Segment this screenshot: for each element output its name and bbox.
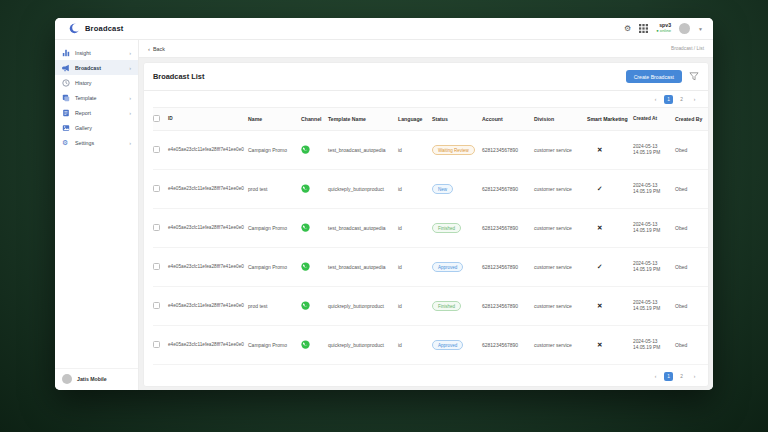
table-row[interactable]: e4e05ae23cfc11efea28fff7e41ee0e0 prod te… [153,170,708,209]
select-all-checkbox[interactable] [153,115,160,122]
app-logo: Broadcast [69,23,123,34]
chevron-down-icon[interactable]: ▼ [698,26,703,32]
chevron-right-icon: › [129,50,131,56]
create-broadcast-button[interactable]: Create Broadcast [626,70,682,83]
apps-grid-icon[interactable] [639,24,648,33]
whatsapp-icon [301,301,310,310]
table-row[interactable]: e4e05ae23cfc11efea28fff7e41ee0e0 Campaig… [153,248,708,287]
cell-template-name: test_broadcast_autopedia [328,264,398,270]
user-info: spv3 ● online [656,23,671,34]
sidebar-item-history[interactable]: History [55,75,138,90]
filter-icon[interactable] [689,72,699,81]
cell-division: customer service [534,303,587,309]
pagination-next[interactable]: › [690,372,699,381]
pagination-next[interactable]: › [690,95,699,104]
col-account: Account [482,116,534,122]
col-channel: Channel [301,116,328,122]
cell-division: customer service [534,186,587,192]
pagination-prev[interactable]: ‹ [651,95,660,104]
pagination-prev[interactable]: ‹ [651,372,660,381]
back-bar: ‹ Back Broadcast / List [139,40,713,58]
smart-marketing-mark: ✕ [587,302,633,310]
pagination-page-2[interactable]: 2 [677,372,686,381]
row-checkbox[interactable] [153,224,160,231]
col-status: Status [432,116,482,122]
table-row[interactable]: e4e05ae23cfc11efea28fff7e41ee0e0 Campaig… [153,131,708,170]
cell-template-name: quickreply_buttonproduct [328,342,398,348]
table-body: e4e05ae23cfc11efea28fff7e41ee0e0 Campaig… [153,131,708,365]
status-badge: Waiting Review [432,145,475,155]
chevron-right-icon: › [129,95,131,101]
cell-name: prod test [248,186,301,192]
chevron-right-icon: › [129,140,131,146]
sidebar-item-gallery[interactable]: Gallery [55,120,138,135]
whatsapp-icon [301,145,310,154]
cell-division: customer service [534,147,587,153]
cell-account: 6281234567890 [482,303,534,309]
breadcrumb: Broadcast / List [671,46,704,51]
row-checkbox[interactable] [153,146,160,153]
cell-language: id [398,264,432,270]
chevron-right-icon: › [129,65,131,71]
whatsapp-icon [301,262,310,271]
cell-created-by: Obed [675,225,708,231]
cell-language: id [398,303,432,309]
cell-id: e4e05ae23cfc11efea28fff7e41ee0e0 [168,186,248,192]
status-badge: Approved [432,340,463,350]
row-checkbox[interactable] [153,302,160,309]
cell-id: e4e05ae23cfc11efea28fff7e41ee0e0 [168,147,248,153]
megaphone-icon [62,64,70,72]
chevron-left-icon: ‹ [148,46,150,52]
sidebar-item-insight[interactable]: Insight › [55,45,138,60]
cell-name: Campaign Promo [248,342,301,348]
user-avatar[interactable] [679,23,690,34]
back-button[interactable]: ‹ Back [148,46,165,52]
cell-name: Campaign Promo [248,147,301,153]
sidebar-item-report[interactable]: Report › [55,105,138,120]
table-row[interactable]: e4e05ae23cfc11efea28fff7e41ee0e0 Campaig… [153,326,708,365]
row-checkbox[interactable] [153,341,160,348]
cell-created-at: 2024-05-13 14.05.19 PM [633,261,675,274]
layers-icon [62,94,70,102]
sidebar-footer: Jatis Mobile [55,368,138,384]
sidebar-item-template[interactable]: Template › [55,90,138,105]
col-id: ID [168,116,248,122]
sidebar: Insight › Broadcast › History [55,40,139,390]
table-row[interactable]: e4e05ae23cfc11efea28fff7e41ee0e0 Campaig… [153,209,708,248]
cell-id: e4e05ae23cfc11efea28fff7e41ee0e0 [168,264,248,270]
table-row[interactable]: e4e05ae23cfc11efea28fff7e41ee0e0 prod te… [153,287,708,326]
cell-division: customer service [534,342,587,348]
desktop-backdrop: Broadcast ⚙ spv3 ● online ▼ [0,0,768,432]
cell-created-by: Obed [675,264,708,270]
cell-name: Campaign Promo [248,225,301,231]
cell-language: id [398,342,432,348]
cell-name: Campaign Promo [248,264,301,270]
sidebar-item-broadcast[interactable]: Broadcast › [55,60,138,75]
cell-account: 6281234567890 [482,186,534,192]
clock-icon [62,79,70,87]
sidebar-item-settings[interactable]: ⚙ Settings › [55,135,138,150]
cell-template-name: test_broadcast_autopedia [328,147,398,153]
pagination-bottom: ‹ 1 2 › [651,372,699,381]
cell-account: 6281234567890 [482,264,534,270]
chevron-right-icon: › [129,110,131,116]
smart-marketing-mark: ✕ [587,341,633,349]
pagination-top: ‹ 1 2 › [651,95,699,104]
whatsapp-icon [301,223,310,232]
row-checkbox[interactable] [153,263,160,270]
col-template-name: Template Name [328,116,398,122]
page-title: Broadcast List [153,72,204,81]
topbar: Broadcast ⚙ spv3 ● online ▼ [55,18,713,40]
cell-account: 6281234567890 [482,225,534,231]
cell-created-at: 2024-05-13 14.05.19 PM [633,222,675,235]
cell-division: customer service [534,225,587,231]
pagination-page-2[interactable]: 2 [677,95,686,104]
settings-gear-icon[interactable]: ⚙ [624,25,631,33]
pagination-page-1[interactable]: 1 [664,372,673,381]
cell-created-at: 2024-05-13 14.05.19 PM [633,144,675,157]
col-created-by: Created By [675,116,708,122]
status-badge: New [432,184,453,194]
status-badge: Approved [432,262,463,272]
pagination-page-1[interactable]: 1 [664,95,673,104]
row-checkbox[interactable] [153,185,160,192]
